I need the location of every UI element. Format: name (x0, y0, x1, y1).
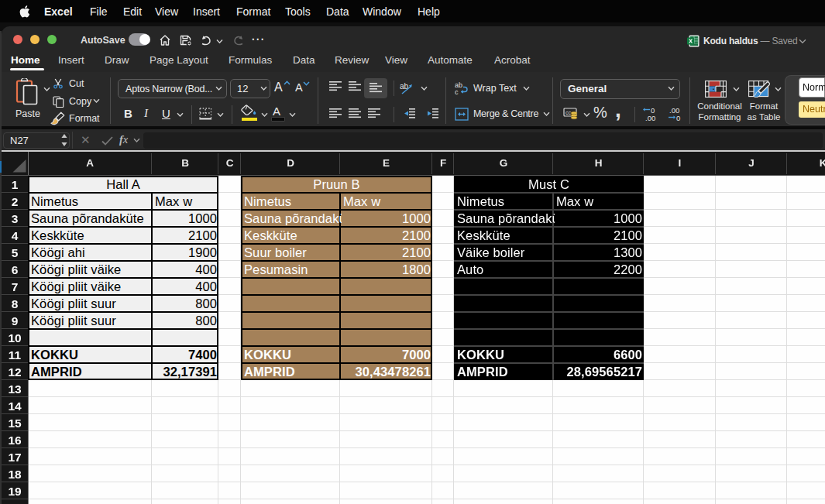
svg-text:c: c (455, 88, 459, 95)
svg-text:cc: cc (565, 110, 572, 115)
svg-text:.00: .00 (645, 114, 655, 122)
svg-text:0: 0 (676, 114, 680, 122)
